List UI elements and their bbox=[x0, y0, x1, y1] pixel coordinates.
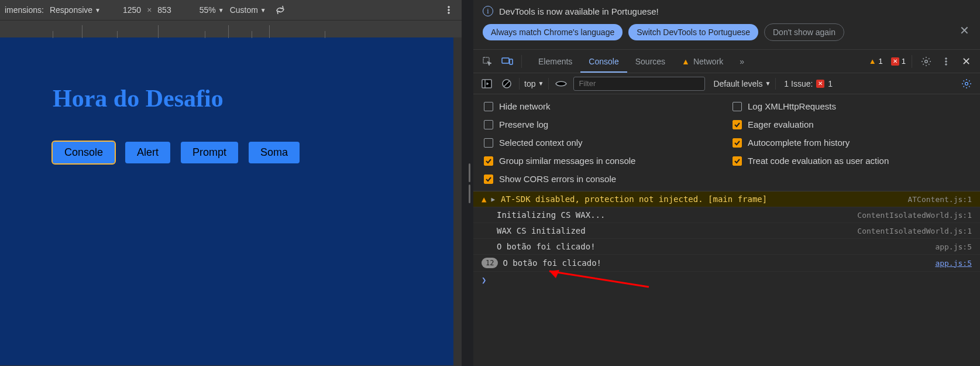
device-icon[interactable] bbox=[499, 53, 515, 70]
console-settings: Hide network Log XMLHttpRequests Preserv… bbox=[473, 94, 980, 191]
error-count[interactable]: ✕ 1 bbox=[891, 57, 906, 66]
inspect-icon[interactable] bbox=[479, 53, 496, 70]
devtools-panel: i DevTools is now available in Portugues… bbox=[473, 0, 980, 366]
message-text: WAX CS initialized bbox=[497, 226, 586, 235]
svg-rect-4 bbox=[502, 58, 509, 63]
autocomplete-checkbox[interactable]: Autocomplete from history bbox=[733, 138, 969, 148]
zoom-value: 55% bbox=[200, 5, 216, 15]
group-similar-checkbox[interactable]: Group similar messages in console bbox=[484, 156, 721, 166]
soma-button[interactable]: Soma bbox=[249, 142, 300, 163]
chevron-down-icon: ▼ bbox=[95, 7, 101, 13]
console-toolbar: top ▼ Default levels ▼ 1 Issue: ✕ 1 bbox=[473, 73, 980, 94]
page-area: Hora do Desafio Console Alert Prompt Som… bbox=[0, 37, 462, 366]
console-messages: ▲ ▶ AT-SDK disabled, protection not inje… bbox=[473, 191, 980, 366]
treat-code-checkbox[interactable]: Treat code evaluation as user action bbox=[733, 156, 969, 166]
message-source[interactable]: ContentIsolatedWorld.js:1 bbox=[857, 211, 972, 220]
svg-point-15 bbox=[965, 82, 968, 85]
live-expression-icon[interactable] bbox=[553, 76, 569, 91]
message-source-link[interactable]: app.js:5 bbox=[935, 259, 972, 268]
expand-caret-icon[interactable]: ▶ bbox=[491, 196, 495, 203]
hide-network-checkbox[interactable]: Hide network bbox=[484, 101, 721, 111]
width-input[interactable]: 1250 bbox=[123, 5, 141, 15]
message-text: Initializing CS WAX... bbox=[497, 210, 605, 220]
dimensions-label: imensions: bbox=[5, 5, 44, 15]
gear-icon[interactable] bbox=[918, 53, 934, 70]
console-button[interactable]: Console bbox=[53, 142, 115, 163]
tab-sources[interactable]: Sources bbox=[627, 50, 673, 73]
context-selector[interactable]: top ▼ bbox=[524, 79, 544, 88]
page-frame: Hora do Desafio Console Alert Prompt Som… bbox=[0, 37, 453, 365]
console-message: 12 O botão foi clicado! app.js:5 bbox=[473, 255, 980, 272]
page-title: Hora do Desafio bbox=[53, 84, 430, 112]
responsive-mode-dropdown[interactable]: Responsive ▼ bbox=[50, 5, 101, 15]
warning-count[interactable]: ▲ 1 bbox=[869, 57, 883, 66]
svg-point-8 bbox=[945, 60, 947, 62]
console-message: Initializing CS WAX... ContentIsolatedWo… bbox=[473, 207, 980, 223]
chevron-right-icon: ❯ bbox=[482, 275, 486, 285]
svg-rect-5 bbox=[510, 59, 513, 64]
error-square-icon: ✕ bbox=[816, 80, 824, 88]
issues-indicator[interactable]: 1 Issue: ✕ 1 bbox=[784, 79, 833, 88]
tab-elements[interactable]: Elements bbox=[530, 50, 580, 73]
console-message: WAX CS initialized ContentIsolatedWorld.… bbox=[473, 223, 980, 239]
ruler bbox=[0, 20, 462, 37]
throttle-value: Custom bbox=[230, 5, 258, 15]
sidebar-toggle-icon[interactable] bbox=[479, 76, 494, 91]
height-input[interactable]: 853 bbox=[157, 5, 171, 15]
message-source[interactable]: ContentIsolatedWorld.js:1 bbox=[857, 227, 972, 235]
close-icon[interactable]: ✕ bbox=[960, 23, 969, 37]
show-cors-checkbox[interactable]: Show CORS errors in console bbox=[484, 174, 721, 184]
switch-language-button[interactable]: Switch DevTools to Portuguese bbox=[628, 24, 758, 40]
kebab-menu-icon[interactable] bbox=[938, 53, 954, 70]
rotate-icon[interactable] bbox=[272, 2, 288, 18]
selected-context-checkbox[interactable]: Selected context only bbox=[484, 138, 721, 148]
info-icon: i bbox=[483, 6, 493, 16]
dimension-separator: × bbox=[147, 5, 152, 15]
chevron-down-icon: ▼ bbox=[260, 7, 266, 13]
device-toolbar: imensions: Responsive ▼ 1250 × 853 55% ▼… bbox=[0, 0, 462, 20]
zoom-dropdown[interactable]: 55% ▼ bbox=[200, 5, 224, 15]
console-prompt[interactable]: ❯ bbox=[473, 272, 980, 288]
throttle-dropdown[interactable]: Custom ▼ bbox=[230, 5, 266, 15]
close-icon[interactable]: ✕ bbox=[958, 53, 974, 70]
tab-network[interactable]: ▲ Network bbox=[673, 50, 731, 73]
warning-triangle-icon: ▲ bbox=[682, 57, 690, 66]
svg-point-9 bbox=[945, 63, 947, 65]
devtools-tabs: Elements Console Sources ▲ Network » ▲ 1… bbox=[473, 50, 980, 73]
svg-point-2 bbox=[448, 12, 450, 14]
warning-triangle-icon: ▲ bbox=[482, 194, 486, 204]
eager-eval-checkbox[interactable]: Eager evaluation bbox=[733, 119, 969, 129]
log-xhr-checkbox[interactable]: Log XMLHttpRequests bbox=[733, 101, 969, 111]
svg-point-7 bbox=[945, 57, 947, 59]
svg-point-6 bbox=[925, 60, 928, 63]
chevron-down-icon: ▼ bbox=[218, 7, 224, 13]
message-text: O botão foi clicado! bbox=[503, 258, 601, 268]
banner-message: DevTools is now available in Portuguese! bbox=[499, 6, 659, 16]
prompt-button[interactable]: Prompt bbox=[181, 142, 238, 163]
alert-button[interactable]: Alert bbox=[125, 142, 170, 163]
dont-show-button[interactable]: Don't show again bbox=[764, 23, 844, 41]
panel-resizer[interactable] bbox=[465, 0, 473, 366]
warning-triangle-icon: ▲ bbox=[869, 57, 876, 66]
message-text: O botão foi clicado! bbox=[497, 242, 596, 251]
gear-icon[interactable] bbox=[959, 76, 974, 91]
responsive-mode-value: Responsive bbox=[50, 5, 92, 15]
message-source[interactable]: app.js:5 bbox=[935, 242, 972, 251]
tab-console[interactable]: Console bbox=[580, 50, 627, 73]
chevron-down-icon: ▼ bbox=[765, 80, 771, 87]
log-levels-dropdown[interactable]: Default levels ▼ bbox=[713, 79, 771, 88]
preserve-log-checkbox[interactable]: Preserve log bbox=[484, 119, 721, 129]
message-source[interactable]: ATContent.js:1 bbox=[907, 195, 972, 204]
error-square-icon: ✕ bbox=[891, 57, 899, 66]
filter-input[interactable] bbox=[573, 77, 705, 91]
console-message: O botão foi clicado! app.js:5 bbox=[473, 239, 980, 255]
match-language-button[interactable]: Always match Chrome's language bbox=[483, 24, 623, 40]
tabs-overflow[interactable]: » bbox=[731, 50, 752, 73]
console-message-warning: ▲ ▶ AT-SDK disabled, protection not inje… bbox=[473, 191, 980, 207]
clear-console-icon[interactable] bbox=[499, 76, 514, 91]
language-banner: i DevTools is now available in Portugues… bbox=[473, 0, 980, 50]
chevron-down-icon: ▼ bbox=[538, 80, 544, 87]
button-row: Console Alert Prompt Soma bbox=[53, 142, 430, 163]
kebab-menu-icon[interactable] bbox=[441, 2, 457, 18]
svg-point-0 bbox=[448, 6, 450, 8]
